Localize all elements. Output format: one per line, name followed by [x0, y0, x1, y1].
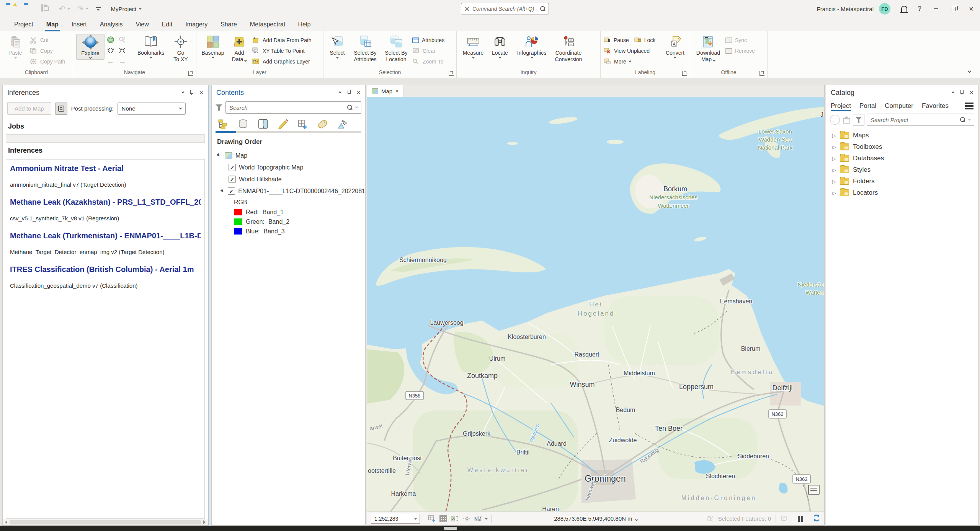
help-button[interactable]: ? — [912, 0, 927, 18]
bookmarks-button[interactable]: Bookmarks — [134, 34, 167, 59]
add-to-map-button[interactable]: Add to Map — [7, 102, 51, 115]
selection-launcher-icon[interactable] — [449, 71, 454, 76]
north-arrow-icon[interactable]: N — [474, 515, 482, 522]
list-by-perspective-icon[interactable] — [337, 119, 348, 129]
layer-row-world-hillshade[interactable]: ✓ World Hillshade — [212, 173, 365, 185]
tree-collapsed-icon[interactable]: ▷ — [832, 133, 836, 138]
coordinate-conversion-button[interactable]: CoordinateConversion — [552, 34, 585, 64]
convert-labels-button[interactable]: A Convert — [663, 34, 687, 59]
measure-button[interactable]: Measure — [460, 34, 487, 59]
snapping-toggle-icon[interactable] — [462, 515, 470, 522]
list-item[interactable]: Ammonium Nitrate Test - Aerial ammonium_… — [6, 160, 204, 193]
tree-expanded-icon[interactable]: ▶ — [220, 188, 226, 194]
list-by-labeling-icon[interactable] — [317, 119, 328, 129]
redo-button[interactable]: ↷ — [77, 5, 88, 13]
add-graphics-layer-button[interactable]: Add Graphics Layer — [252, 56, 312, 67]
paste-button[interactable]: Paste — [3, 34, 28, 59]
tab-analysis[interactable]: Analysis — [93, 18, 129, 31]
user-name[interactable]: Francis - Metaspectral — [817, 6, 874, 12]
lock-labels-button[interactable]: Lock — [634, 37, 656, 44]
scroll-left-icon[interactable] — [5, 520, 7, 524]
list-by-data-source-icon[interactable] — [238, 119, 248, 129]
list-item[interactable]: ITRES Classification (British Columbia) … — [6, 261, 204, 294]
tab-edit[interactable]: Edit — [155, 18, 179, 31]
scrollbar-thumb[interactable] — [10, 520, 201, 524]
map-view-tab[interactable]: Map × — [367, 85, 404, 97]
map-canvas[interactable]: Lower SaxonWadden SeaNational ParkJBorku… — [367, 97, 824, 511]
filter-icon[interactable] — [853, 114, 864, 125]
next-extent-icon[interactable]: → — [119, 58, 126, 65]
collapse-ribbon-icon[interactable] — [968, 69, 972, 73]
select-by-attributes-button[interactable]: Select ByAttributes — [350, 34, 380, 64]
tab-imagery[interactable]: Imagery — [179, 18, 214, 31]
pause-labeling-button[interactable]: Pause — [604, 37, 629, 44]
explore-button[interactable]: Explore — [76, 34, 105, 60]
tab-insert[interactable]: Insert — [65, 18, 93, 31]
select-by-location-button[interactable]: Select ByLocation — [382, 34, 410, 64]
close-icon[interactable]: × — [356, 89, 361, 96]
infographics-button[interactable]: Infographics — [513, 34, 550, 59]
scroll-right-icon[interactable] — [203, 520, 206, 524]
navigate-launcher-icon[interactable] — [188, 71, 193, 76]
filter-icon[interactable] — [216, 104, 222, 111]
copy-button[interactable]: Copy — [30, 46, 65, 56]
new-project-icon[interactable] — [6, 5, 16, 13]
catalog-item-maps[interactable]: ▷ Maps — [826, 130, 978, 141]
grid-icon[interactable] — [439, 515, 447, 522]
close-button[interactable]: × — [962, 0, 980, 18]
pin-icon[interactable] — [190, 90, 193, 95]
list-item[interactable]: Methane Leak (Turkmenistan) - ENMAP01-__… — [6, 227, 204, 261]
fixed-zoom-in-icon[interactable] — [107, 47, 114, 55]
band-row-blue[interactable]: Blue: Band_3 — [212, 226, 365, 236]
panel-menu-icon[interactable] — [952, 91, 954, 93]
undo-button[interactable]: ↶ — [59, 5, 70, 13]
contents-search-input[interactable]: Search — [225, 101, 361, 114]
tree-collapsed-icon[interactable]: ▷ — [832, 144, 836, 150]
labeling-launcher-icon[interactable] — [682, 71, 687, 76]
catalog-item-styles[interactable]: ▷ Styles — [826, 164, 978, 176]
full-extent-icon[interactable] — [107, 36, 114, 45]
graphics-snap-icon[interactable] — [451, 515, 459, 522]
layer-row-map[interactable]: ▶ Map — [212, 150, 365, 161]
xy-table-to-point-button[interactable]: XYXY Table To Point — [252, 46, 312, 56]
home-icon[interactable] — [842, 116, 851, 124]
panel-menu-icon[interactable] — [181, 91, 184, 93]
zoom-to-selection-button[interactable]: Zoom To — [412, 56, 444, 67]
catalog-tab-project[interactable]: Project — [831, 100, 851, 112]
catalog-tab-portal[interactable]: Portal — [859, 100, 876, 112]
project-menu[interactable]: MyProject — [111, 6, 142, 12]
band-row-red[interactable]: Red: Band_1 — [212, 207, 365, 217]
customize-qat-button[interactable] — [96, 7, 101, 10]
catalog-tab-computer[interactable]: Computer — [885, 100, 913, 112]
catalog-item-locators[interactable]: ▷ Locators — [826, 187, 978, 199]
tab-help[interactable]: Help — [291, 18, 317, 31]
tab-metaspectral[interactable]: Metaspectral — [243, 18, 292, 31]
add-data-from-path-button[interactable]: Add Data From Path — [252, 35, 312, 46]
catalog-item-databases[interactable]: ▷ Databases — [826, 153, 978, 164]
tab-view[interactable]: View — [129, 18, 155, 31]
remove-button[interactable]: Remove — [725, 46, 755, 56]
horizontal-scrollbar[interactable] — [3, 519, 208, 525]
refresh-inferences-button[interactable] — [55, 103, 67, 115]
pause-drawing-button[interactable] — [798, 516, 803, 522]
checkbox-checked[interactable]: ✓ — [229, 176, 236, 183]
new-table-icon[interactable] — [428, 515, 436, 522]
save-icon[interactable] — [41, 5, 51, 13]
refresh-map-button[interactable] — [813, 514, 820, 523]
zoom-selection-icon[interactable] — [118, 36, 126, 45]
pin-icon[interactable] — [347, 90, 350, 95]
open-project-icon[interactable] — [24, 5, 34, 13]
locate-button[interactable]: Locate — [489, 34, 511, 59]
attributes-button[interactable]: Attributes — [412, 35, 444, 46]
tab-map[interactable]: Map — [40, 18, 65, 31]
chevron-down-icon[interactable] — [485, 516, 488, 519]
list-by-drawing-order-icon[interactable] — [218, 119, 229, 129]
catalog-tab-favorites[interactable]: Favorites — [922, 100, 949, 112]
download-map-button[interactable]: DownloadMap — [693, 34, 723, 64]
catalog-item-folders[interactable]: ▷ Folders — [826, 176, 978, 187]
catalog-item-toolboxes[interactable]: ▷ Toolboxes — [826, 141, 978, 153]
tree-collapsed-icon[interactable]: ▷ — [832, 156, 836, 161]
add-data-button[interactable]: AddData — [229, 34, 250, 64]
list-by-snapping-icon[interactable] — [297, 119, 308, 129]
notifications-button[interactable] — [897, 0, 912, 18]
